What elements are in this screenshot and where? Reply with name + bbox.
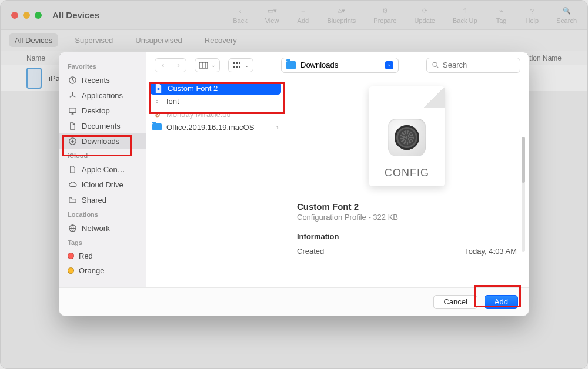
preview-info-header: Information bbox=[297, 232, 517, 241]
open-panel-toolbar: ‹ › ⌄ ⌄ D bbox=[146, 52, 529, 78]
folder-icon bbox=[152, 122, 162, 132]
preview-thumb: CONFIG bbox=[369, 86, 445, 186]
open-panel: Favorites Recents Applications Desktop bbox=[59, 52, 529, 316]
file-row[interactable]: ▫︎ font bbox=[146, 95, 285, 108]
cloud-icon bbox=[68, 180, 77, 189]
column-browser: Custom Font 2 ▫︎ font ⊗ Monday Miracle.o… bbox=[146, 78, 529, 287]
tag-orange-icon bbox=[68, 267, 74, 274]
document-icon bbox=[68, 121, 77, 130]
svg-point-12 bbox=[157, 88, 159, 90]
file-row[interactable]: ⊗ Monday Miracle.otf bbox=[146, 108, 285, 120]
document-icon bbox=[68, 165, 77, 174]
font-icon: ⊗ bbox=[152, 109, 162, 119]
file-name: font bbox=[166, 97, 179, 106]
search-text-field[interactable] bbox=[443, 61, 515, 69]
file-name: Office.2019.16.19.macOS bbox=[166, 123, 254, 132]
chevron-right-icon: › bbox=[276, 123, 279, 132]
desktop-icon bbox=[68, 106, 77, 115]
path-label: Downloads bbox=[300, 61, 338, 69]
path-popup-button[interactable]: Downloads bbox=[281, 58, 399, 73]
svg-rect-10 bbox=[239, 66, 240, 68]
open-panel-sidebar[interactable]: Favorites Recents Applications Desktop bbox=[59, 52, 146, 287]
sidebar-item-apple-configurator[interactable]: Apple Con… bbox=[59, 162, 146, 177]
clock-icon bbox=[68, 75, 77, 85]
search-icon bbox=[432, 61, 439, 69]
preview-kv-created: Created Today, 4:03 AM bbox=[297, 247, 517, 256]
download-icon bbox=[68, 136, 77, 146]
globe-icon bbox=[68, 223, 77, 233]
sidebar-item-label: Shared bbox=[82, 196, 106, 204]
nav-arrows: ‹ › bbox=[155, 58, 186, 72]
sidebar-item-recents[interactable]: Recents bbox=[59, 72, 146, 88]
sidebar-item-label: Applications bbox=[82, 91, 123, 100]
gear-icon bbox=[388, 119, 426, 156]
nav-forward-button[interactable]: › bbox=[171, 59, 186, 72]
sidebar-tag-orange[interactable]: Orange bbox=[59, 263, 146, 278]
grid-icon bbox=[232, 62, 242, 69]
file-name: Custom Font 2 bbox=[168, 84, 218, 93]
chevron-down-icon: ⌄ bbox=[245, 62, 249, 68]
menu-indicator-icon bbox=[385, 61, 393, 69]
view-columns-button[interactable]: ⌄ bbox=[195, 58, 220, 72]
scrollbar[interactable] bbox=[522, 137, 525, 252]
section-locations: Locations bbox=[59, 207, 146, 220]
sidebar-item-label: Red bbox=[79, 251, 93, 260]
sidebar-item-applications[interactable]: Applications bbox=[59, 88, 146, 103]
image-icon: ▫︎ bbox=[152, 96, 162, 106]
svg-rect-5 bbox=[233, 62, 235, 64]
svg-rect-7 bbox=[239, 62, 240, 64]
svg-point-11 bbox=[433, 62, 437, 66]
kv-key: Created bbox=[297, 247, 324, 256]
sidebar-item-label: Orange bbox=[79, 266, 104, 275]
open-panel-footer: Cancel Add bbox=[59, 287, 529, 316]
svg-rect-6 bbox=[236, 62, 238, 64]
sidebar-item-icloud-drive[interactable]: iCloud Drive bbox=[59, 177, 146, 192]
add-button[interactable]: Add bbox=[485, 295, 518, 309]
sidebar-item-label: Documents bbox=[82, 122, 121, 130]
profile-icon bbox=[153, 83, 163, 93]
sidebar-item-downloads[interactable]: Downloads bbox=[59, 133, 146, 149]
section-tags: Tags bbox=[59, 236, 146, 249]
preview-metadata: Custom Font 2 Configuration Profile - 32… bbox=[297, 202, 517, 256]
sidebar-item-network[interactable]: Network bbox=[59, 220, 146, 236]
group-by-button[interactable]: ⌄ bbox=[228, 58, 253, 72]
tag-red-icon bbox=[68, 253, 74, 259]
file-row[interactable]: Office.2019.16.19.macOS › bbox=[146, 120, 285, 133]
section-favorites: Favorites bbox=[59, 59, 146, 72]
preview-subtitle: Configuration Profile - 322 KB bbox=[297, 213, 517, 222]
svg-rect-4 bbox=[199, 62, 208, 68]
chevron-down-icon: ⌄ bbox=[211, 62, 216, 68]
sidebar-tag-red[interactable]: Red bbox=[59, 249, 146, 263]
svg-rect-1 bbox=[69, 108, 75, 112]
kv-value: Today, 4:03 AM bbox=[465, 247, 517, 256]
folder-icon bbox=[286, 61, 296, 69]
sidebar-item-label: Downloads bbox=[82, 137, 119, 146]
sidebar-item-label: Recents bbox=[82, 76, 110, 85]
folder-icon bbox=[68, 195, 77, 204]
file-name: Monday Miracle.otf bbox=[166, 110, 231, 119]
columns-icon bbox=[199, 62, 208, 69]
preview-badge: CONFIG bbox=[385, 167, 429, 179]
search-input[interactable] bbox=[426, 58, 520, 73]
file-row[interactable]: Custom Font 2 bbox=[150, 82, 281, 95]
preview-column: CONFIG Custom Font 2 Configuration Profi… bbox=[285, 78, 529, 287]
sidebar-item-documents[interactable]: Documents bbox=[59, 118, 146, 133]
preview-title: Custom Font 2 bbox=[297, 202, 517, 212]
svg-rect-9 bbox=[236, 66, 238, 68]
section-icloud: iCloud bbox=[59, 149, 146, 162]
sidebar-item-label: Network bbox=[82, 224, 110, 233]
nav-back-button[interactable]: ‹ bbox=[155, 59, 171, 72]
sidebar-item-desktop[interactable]: Desktop bbox=[59, 103, 146, 118]
sidebar-item-shared[interactable]: Shared bbox=[59, 192, 146, 207]
apps-icon bbox=[68, 90, 77, 100]
svg-rect-8 bbox=[233, 66, 235, 68]
file-list-column[interactable]: Custom Font 2 ▫︎ font ⊗ Monday Miracle.o… bbox=[146, 78, 285, 287]
cancel-button[interactable]: Cancel bbox=[433, 295, 477, 309]
sidebar-item-label: Apple Con… bbox=[82, 165, 125, 174]
sidebar-item-label: iCloud Drive bbox=[82, 180, 123, 189]
sidebar-item-label: Desktop bbox=[82, 106, 110, 115]
